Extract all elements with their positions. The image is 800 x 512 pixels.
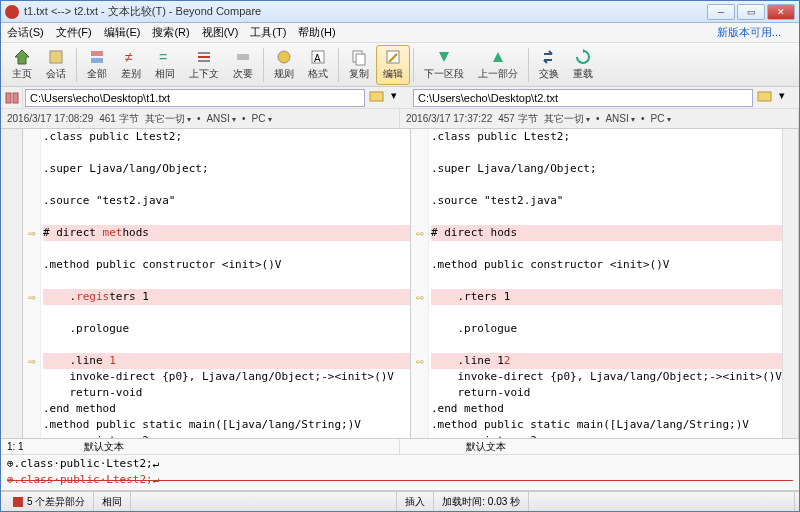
svg-rect-9 — [237, 54, 249, 60]
svg-marker-17 — [439, 52, 449, 62]
toolbar-上下文[interactable]: 上下文 — [182, 45, 226, 85]
close-button[interactable]: ✕ — [767, 4, 795, 20]
toolbar-label: 次要 — [233, 67, 253, 81]
上一部分-icon — [489, 48, 507, 66]
menu-item[interactable]: 帮助(H) — [298, 25, 335, 40]
toolbar-会话[interactable]: 会话 — [39, 45, 73, 85]
diff-flag-icon — [13, 497, 23, 507]
toolbar-编辑[interactable]: 编辑 — [376, 45, 410, 85]
right-platform-dropdown[interactable]: PC — [651, 113, 671, 124]
compare-panes: ⇨⇨⇨⇨⇨ .class public Ltest2;.super Ljava/… — [1, 129, 799, 439]
left-encoding-dropdown[interactable]: ANSI — [206, 113, 236, 124]
toolbar-label: 会话 — [46, 67, 66, 81]
bottom-pos: 1: 1 — [7, 441, 24, 452]
right-time: 2016/3/17 17:37:22 — [406, 113, 492, 124]
svg-rect-6 — [198, 52, 210, 54]
status-same: 相同 — [94, 492, 131, 511]
次要-icon — [234, 48, 252, 66]
left-pane: ⇨⇨⇨⇨⇨ .class public Ltest2;.super Ljava/… — [23, 129, 411, 438]
status-loadtime: 加载时间: 0.03 秒 — [434, 492, 529, 511]
menubar: 会话(S)文件(F)编辑(E)搜索(R)视图(V)工具(T)帮助(H)新版本可用… — [1, 23, 799, 43]
right-path-input[interactable] — [413, 89, 753, 107]
maximize-button[interactable]: ▭ — [737, 4, 765, 20]
svg-rect-8 — [198, 60, 210, 62]
new-version-link[interactable]: 新版本可用... — [717, 25, 781, 40]
svg-text:≠: ≠ — [125, 49, 133, 65]
app-icon — [5, 5, 19, 19]
right-dropdown-icon[interactable]: ▾ — [779, 89, 797, 107]
svg-rect-1 — [50, 51, 62, 63]
toolbar-格式[interactable]: A格式 — [301, 45, 335, 85]
toolbar-上一部分[interactable]: 上一部分 — [471, 45, 525, 85]
下一区段-icon — [435, 48, 453, 66]
规则-icon — [275, 48, 293, 66]
titlebar: t1.txt <--> t2.txt - 文本比较(T) - Beyond Co… — [1, 1, 799, 23]
toolbar-规则[interactable]: 规则 — [267, 45, 301, 85]
toolbar-label: 格式 — [308, 67, 328, 81]
toolbar-重载[interactable]: 重载 — [566, 45, 600, 85]
toolbar-相同[interactable]: =相同 — [148, 45, 182, 85]
menu-item[interactable]: 会话(S) — [7, 25, 44, 40]
left-platform-dropdown[interactable]: PC — [252, 113, 272, 124]
view-mode-button[interactable] — [1, 87, 23, 109]
toolbar-复制[interactable]: 复制 — [342, 45, 376, 85]
menu-item[interactable]: 视图(V) — [202, 25, 239, 40]
编辑-icon — [384, 48, 402, 66]
svg-marker-18 — [493, 52, 503, 62]
bottom-panel: 1: 1 默认文本 默认文本 ⊕.class·public·Ltest2;↵⊕.… — [1, 439, 799, 491]
scrollbar[interactable] — [782, 129, 798, 438]
toolbar-label: 编辑 — [383, 67, 403, 81]
left-marker-col: ⇨⇨⇨⇨⇨ — [23, 129, 41, 438]
menu-item[interactable]: 搜索(R) — [152, 25, 189, 40]
重载-icon — [574, 48, 592, 66]
toolbar-次要[interactable]: 次要 — [226, 45, 260, 85]
right-other-dropdown[interactable]: 其它一切 — [544, 112, 590, 126]
left-dropdown-icon[interactable]: ▾ — [391, 89, 409, 107]
right-code[interactable]: .class public Ltest2;.super Ljava/lang/O… — [429, 129, 782, 438]
left-browse-icon[interactable] — [369, 89, 387, 107]
toolbar-交换[interactable]: 交换 — [532, 45, 566, 85]
svg-text:A: A — [314, 53, 321, 64]
menu-item[interactable]: 编辑(E) — [104, 25, 141, 40]
svg-rect-20 — [6, 93, 11, 103]
toolbar-label: 差别 — [121, 67, 141, 81]
toolbar: 主页会话全部≠差别=相同上下文次要规则A格式复制编辑下一区段上一部分交换重载 — [1, 43, 799, 87]
right-encoding-dropdown[interactable]: ANSI — [605, 113, 635, 124]
menu-item[interactable]: 工具(T) — [250, 25, 286, 40]
全部-icon — [88, 48, 106, 66]
bottom-diff-body[interactable]: ⊕.class·public·Ltest2;↵⊕.class·public·Lt… — [1, 455, 799, 490]
window-title: t1.txt <--> t2.txt - 文本比较(T) - Beyond Co… — [24, 4, 707, 19]
svg-point-10 — [278, 51, 290, 63]
svg-rect-7 — [198, 56, 210, 58]
left-code[interactable]: .class public Ltest2;.super Ljava/lang/O… — [41, 129, 410, 438]
上下文-icon — [195, 48, 213, 66]
menu-item[interactable]: 文件(F) — [56, 25, 92, 40]
statusbar: 5 个差异部分 相同 插入 加载时间: 0.03 秒 — [1, 491, 799, 511]
toolbar-全部[interactable]: 全部 — [80, 45, 114, 85]
status-insert: 插入 — [397, 492, 434, 511]
toolbar-label: 主页 — [12, 67, 32, 81]
toolbar-差别[interactable]: ≠差别 — [114, 45, 148, 85]
toolbar-label: 上一部分 — [478, 67, 518, 81]
复制-icon — [350, 48, 368, 66]
格式-icon: A — [309, 48, 327, 66]
svg-rect-2 — [91, 51, 103, 56]
right-browse-icon[interactable] — [757, 89, 775, 107]
path-row: ▾ ▾ — [1, 87, 799, 109]
left-other-dropdown[interactable]: 其它一切 — [145, 112, 191, 126]
left-time: 2016/3/17 17:08:29 — [7, 113, 93, 124]
right-size: 457 字节 — [498, 112, 537, 126]
toolbar-主页[interactable]: 主页 — [5, 45, 39, 85]
overview-gutter[interactable] — [1, 129, 23, 438]
svg-rect-21 — [13, 93, 18, 103]
主页-icon — [13, 48, 31, 66]
toolbar-下一区段[interactable]: 下一区段 — [417, 45, 471, 85]
svg-marker-0 — [15, 50, 29, 64]
svg-rect-14 — [356, 54, 365, 65]
toolbar-label: 上下文 — [189, 67, 219, 81]
svg-text:=: = — [159, 49, 167, 65]
toolbar-label: 复制 — [349, 67, 369, 81]
toolbar-label: 规则 — [274, 67, 294, 81]
minimize-button[interactable]: ─ — [707, 4, 735, 20]
left-path-input[interactable] — [25, 89, 365, 107]
